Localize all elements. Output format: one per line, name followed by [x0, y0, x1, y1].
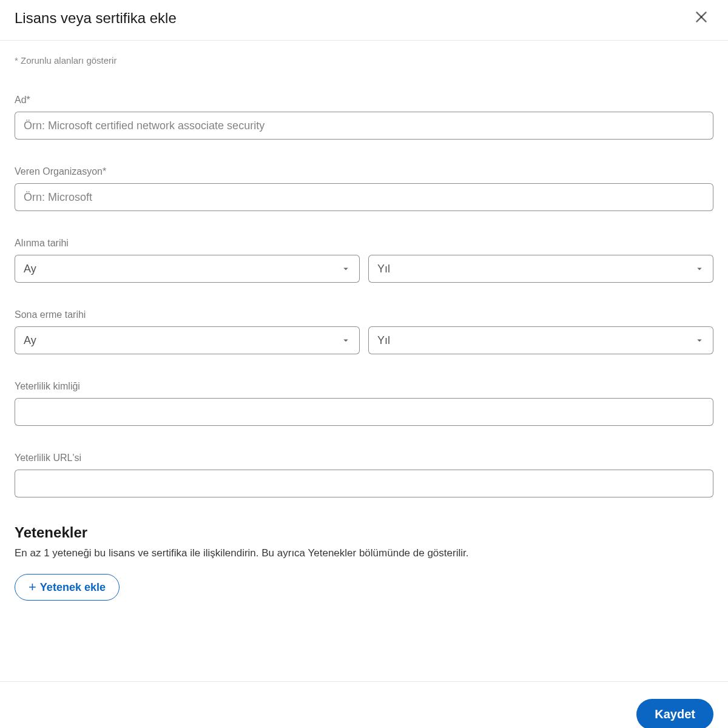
plus-icon: + [29, 581, 36, 594]
field-name: Ad* [15, 95, 713, 140]
skills-heading: Yetenekler [15, 524, 713, 541]
name-label: Ad* [15, 95, 713, 106]
issue-year-select[interactable]: Yıl [368, 255, 713, 283]
exp-year-wrap: Yıl [368, 326, 713, 354]
issue-date-row: Ay Yıl [15, 255, 713, 283]
field-expiration-date: Sona erme tarihi Ay Yıl [15, 309, 713, 354]
expiration-date-label: Sona erme tarihi [15, 309, 713, 320]
modal-title: Lisans veya sertifika ekle [15, 10, 177, 27]
name-input[interactable] [15, 112, 713, 140]
modal-header: Lisans veya sertifika ekle [0, 0, 728, 41]
issue-year-wrap: Yıl [368, 255, 713, 283]
add-skill-label: Yetenek ekle [40, 581, 106, 594]
field-credential-url: Yeterlilik URL'si [15, 453, 713, 497]
save-button-wrap: Kaydet [636, 694, 713, 728]
close-button[interactable] [689, 6, 713, 30]
exp-month-wrap: Ay [15, 326, 360, 354]
expiration-date-row: Ay Yıl [15, 326, 713, 354]
field-credential-id: Yeterlilik kimliği [15, 381, 713, 426]
add-skill-button[interactable]: + Yetenek ekle [15, 574, 120, 601]
issue-date-label: Alınma tarihi [15, 238, 713, 249]
field-organization: Veren Organizasyon* [15, 166, 713, 211]
modal-body: * Zorunlu alanları gösterir Ad* Veren Or… [0, 41, 728, 681]
issue-month-wrap: Ay [15, 255, 360, 283]
exp-month-select[interactable]: Ay [15, 326, 360, 354]
credential-id-input[interactable] [15, 398, 713, 426]
credential-url-label: Yeterlilik URL'si [15, 453, 713, 463]
organization-label: Veren Organizasyon* [15, 166, 713, 177]
organization-input[interactable] [15, 183, 713, 211]
credential-url-input[interactable] [15, 470, 713, 497]
field-issue-date: Alınma tarihi Ay Yıl [15, 238, 713, 283]
add-license-modal: Lisans veya sertifika ekle * Zorunlu ala… [0, 0, 728, 728]
close-icon [693, 9, 709, 27]
exp-year-select[interactable]: Yıl [368, 326, 713, 354]
required-fields-note: * Zorunlu alanları gösterir [15, 55, 713, 66]
issue-month-select[interactable]: Ay [15, 255, 360, 283]
skills-description: En az 1 yeteneği bu lisans ve sertifika … [15, 547, 713, 559]
save-button[interactable]: Kaydet [636, 699, 713, 728]
credential-id-label: Yeterlilik kimliği [15, 381, 713, 392]
modal-footer: Kaydet [0, 681, 728, 728]
